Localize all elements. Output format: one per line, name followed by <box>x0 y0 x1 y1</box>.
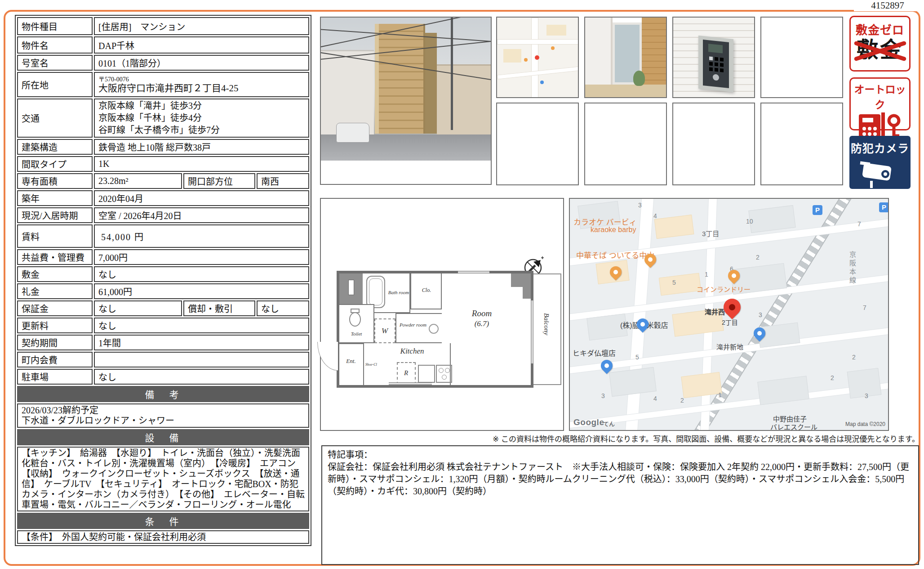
biko-line: 下水道・ダブルロックドア・シャワー <box>22 416 305 426</box>
thumb-block <box>546 25 566 36</box>
row-value: 0101（1階部分） <box>94 55 309 71</box>
joken-content: 【条件】 外国人契約可能・保証会社利用必須 <box>17 530 309 544</box>
burner-icon <box>445 368 450 373</box>
intercom-panel-photo <box>672 17 755 98</box>
map-building-block <box>609 367 657 397</box>
building-exterior-photo <box>320 17 492 185</box>
postal-code: 〒570-0076 <box>98 76 305 83</box>
row-value: 7,000円 <box>94 249 309 265</box>
building-photo-image <box>321 18 491 161</box>
wall-block <box>511 273 531 287</box>
row-label: 専有面積 <box>17 173 93 189</box>
photo-main-building <box>375 24 425 134</box>
property-name: DAP千林 <box>94 36 309 54</box>
row-value <box>94 352 309 367</box>
closet-label: Clo. <box>418 287 435 294</box>
disclaimer-note: ※ この資料は物件の概略紹介資料になります。写真、間取図面、設備、概要などが現況… <box>319 433 920 444</box>
address-cell: 〒570-0076 大阪府守口市滝井西町２丁目4-25 <box>94 72 309 97</box>
interior-plant <box>633 71 645 86</box>
window-mark <box>389 382 432 385</box>
sub-label: 償却・敷引 <box>183 300 255 316</box>
fridge-space: R <box>397 362 416 385</box>
document-number: 4152897 <box>854 0 921 11</box>
setsubi-content: 【キッチン】 給湯器 【水廻り】 トイレ・洗面台（独立）・洗髪洗面化粧台・バス・… <box>17 447 309 511</box>
map-block-number: 7 <box>863 304 866 311</box>
map-commercial-block <box>654 215 694 239</box>
empty-photo-frame <box>760 103 843 185</box>
row-label: 建築構造 <box>17 139 93 155</box>
intercom-button <box>713 74 719 81</box>
map-block-number: 4 <box>653 395 657 402</box>
rent-value: 54,000 円 <box>94 224 309 248</box>
empty-photo-frame <box>672 103 755 185</box>
table-row: 賃料 54,000 円 <box>17 224 309 248</box>
parking-icon[interactable]: P <box>813 205 822 215</box>
interior-floor <box>585 85 666 97</box>
row-label: 共益費・管理費 <box>17 249 93 265</box>
photo-van <box>336 123 369 143</box>
row-label: 契約期間 <box>17 335 93 350</box>
sub-value: なし <box>257 300 309 316</box>
area-value: 23.28m² <box>94 173 182 189</box>
shaft-slit <box>348 280 354 295</box>
washer-label: W <box>382 327 388 336</box>
security-camera-badge: 防犯カメラ <box>849 136 911 189</box>
joken-header: 条 件 <box>17 513 309 529</box>
toilet-label: Toilet <box>346 331 366 336</box>
map-poi-label: 中華そば ついてる中山 <box>576 249 654 260</box>
toilet-room: Toilet <box>339 304 374 343</box>
table-row: 契約期間 1年間 <box>17 335 309 350</box>
map-poi-label: てん <box>603 419 615 428</box>
row-label: 保証金 <box>17 300 93 316</box>
balcony-area: Balcony <box>533 273 561 385</box>
row-label: 更新料 <box>17 318 93 333</box>
parking-icon[interactable]: P <box>879 202 889 212</box>
map-poi-label: コインランドリー <box>697 284 751 294</box>
entrance-door-arc <box>317 342 338 371</box>
toilet-bowl-icon <box>349 312 361 327</box>
row-value: 鉄骨造 地上10階 総戸数38戸 <box>94 139 309 155</box>
intercom-screen <box>708 44 723 53</box>
store-pin-icon[interactable] <box>599 358 615 374</box>
row-value: [住居用] マンション <box>94 17 309 35</box>
map-building-block <box>757 376 809 405</box>
biko-line: 2026/03/23解約予定 <box>22 405 305 416</box>
row-label: 物件種目 <box>17 17 93 35</box>
autolock-badge: オートロック <box>849 77 911 130</box>
map-district-label: 3丁目 <box>702 228 719 238</box>
map-block-number: 3 <box>759 311 762 318</box>
interior-wood-panel <box>642 18 666 85</box>
thumb-poi-dot <box>524 58 528 62</box>
property-flyer-page: 4152897 物件種目 [住居用] マンション 物件名 DAP千林 号室名 0… <box>0 0 924 569</box>
table-row: 専有面積 23.28m² 開口部方位 南西 <box>17 173 309 189</box>
map-poi-label: バレエスクール <box>770 422 817 431</box>
security-camera-icon <box>858 157 902 189</box>
row-value: 61,000円 <box>94 283 309 299</box>
room-size-label: (6.7) <box>457 319 506 328</box>
sub-value: 南西 <box>257 173 309 189</box>
table-row: 更新料 なし <box>17 318 309 333</box>
window-mark <box>458 271 489 273</box>
table-row: 間取タイプ 1K <box>17 156 309 172</box>
room-label: Room <box>457 309 506 318</box>
thumb-poi-dot <box>540 81 544 84</box>
row-label: 駐車場 <box>17 369 93 385</box>
row-label: 号室名 <box>17 55 93 71</box>
row-label: 町内会費 <box>17 352 93 367</box>
map-block-number: 2 <box>831 374 834 381</box>
map-poi-label: karaoke barby <box>591 226 636 234</box>
table-row: 【キッチン】 給湯器 【水廻り】 トイレ・洗面台（独立）・洗髪洗面化粧台・バス・… <box>17 447 309 511</box>
row-label: 現況/入居時期 <box>17 207 93 223</box>
row-label: 物件名 <box>17 36 93 54</box>
section-header-row: 設 備 <box>17 429 309 445</box>
wall-block <box>523 287 531 299</box>
google-logo: Google <box>573 417 604 427</box>
map-block-number: 5 <box>635 354 639 361</box>
intercom-panel <box>703 40 729 88</box>
row-value: なし <box>94 318 309 333</box>
thumb-location-dot <box>535 55 539 60</box>
row-value: 1年間 <box>94 335 309 350</box>
location-map[interactable]: カラオケ バービィ karaoke barby 中華そば ついてる中山 コインラ… <box>569 198 889 431</box>
map-building-block <box>847 368 882 399</box>
row-label: 敷金 <box>17 266 93 282</box>
